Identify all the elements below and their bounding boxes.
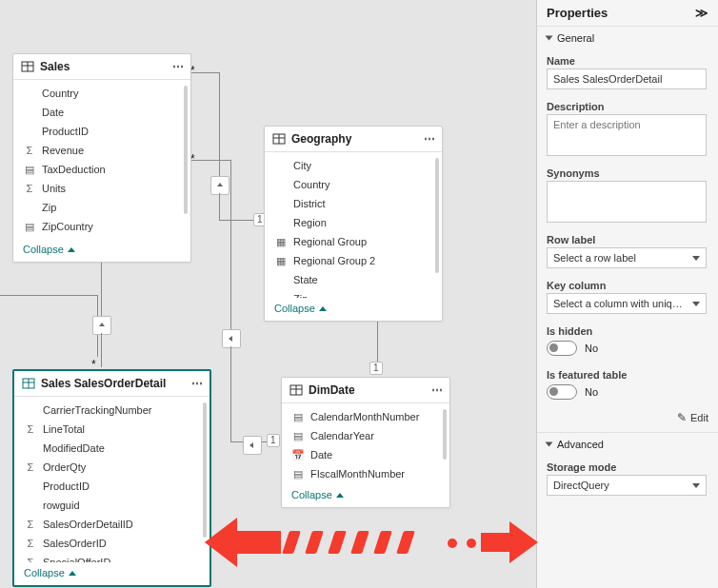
blank-icon [274,178,288,191]
table-geography[interactable]: Geography ⋯ City Country District Region… [264,126,443,322]
synonyms-input[interactable] [547,181,707,223]
field-row[interactable]: ΣSalesOrderDetailID [14,515,209,534]
field-row[interactable]: District [265,194,442,213]
collapse-button[interactable]: Collapse [14,562,209,585]
field-label: ProductID [42,126,89,137]
storage-mode-label: Storage mode [537,456,718,475]
collapse-label: Collapse [291,489,332,500]
table-menu-icon[interactable]: ⋯ [172,60,185,73]
chevron-up-icon [68,247,75,252]
field-row[interactable]: State [265,270,442,289]
field-row[interactable]: CarrierTrackingNumber [14,401,209,420]
section-general[interactable]: General [537,26,718,49]
field-row[interactable]: ΣSpecialOfferID [14,553,209,562]
field-row[interactable]: ModifiedDate [14,439,209,458]
table-fields: CarrierTrackingNumber ΣLineTotal Modifie… [14,397,209,562]
field-label: Country [42,88,79,99]
synonyms-label: Synonyms [537,162,718,181]
select-value: DirectQuery [553,480,609,491]
storage-mode-select[interactable]: DirectQuery [547,475,707,496]
row-label-select[interactable]: Select a row label [547,247,707,268]
field-row[interactable]: ▤CalendarMonthNumber [282,407,449,426]
name-input[interactable] [547,69,707,89]
field-row[interactable]: ▦Regional Group 2 [265,251,442,270]
field-row[interactable]: rowguid [14,496,209,515]
blank-icon [23,106,36,119]
field-label: rowguid [43,500,80,511]
key-column-label: Key column [537,274,718,293]
field-label: Date [310,449,332,461]
table-menu-icon[interactable]: ⋯ [191,377,204,390]
field-row[interactable]: ProductID [13,122,190,141]
field-row[interactable]: ▤FIscalMonthNumber [282,464,449,483]
section-advanced[interactable]: Advanced [537,432,718,456]
scrollbar[interactable] [184,86,188,214]
field-label: Zip [42,202,56,213]
row-label-label: Row label [537,228,718,247]
field-row[interactable]: Date [13,103,190,122]
sigma-icon: Σ [24,422,37,436]
collapse-button[interactable]: Collapse [282,484,449,507]
description-input[interactable] [547,114,707,156]
chevron-down-icon [546,442,553,447]
annotation-arrow-right [481,519,538,565]
sigma-icon: Σ [23,182,36,195]
blank-icon [23,125,36,138]
table-fields: Country Date ProductID ΣRevenue ▤TaxDedu… [13,80,190,239]
field-row[interactable]: 📅Date [282,445,449,464]
table-fields: ▤CalendarMonthNumber ▤CalendarYear 📅Date… [282,403,449,484]
collapse-panel-icon[interactable]: ≫ [695,6,708,20]
table-menu-icon[interactable]: ⋯ [431,383,444,397]
field-label: Regional Group [293,236,367,247]
table-menu-icon[interactable]: ⋯ [424,132,436,146]
field-row[interactable]: ΣUnits [13,179,190,198]
field-label: TaxDeduction [42,164,106,175]
annotation-dashes [286,531,411,554]
is-hidden-toggle[interactable] [547,341,577,356]
sigma-icon: Σ [24,461,37,474]
table-header[interactable]: Sales SalesOrderDetail ⋯ [14,371,209,397]
field-row[interactable]: ΣLineTotal [14,420,209,439]
table-dimdate[interactable]: DimDate ⋯ ▤CalendarMonthNumber ▤Calendar… [281,377,450,508]
field-label: CarrierTrackingNumber [43,404,152,416]
sigma-icon: Σ [23,144,36,157]
chevron-down-icon [546,36,553,41]
field-label: Units [42,183,66,194]
field-label: District [293,198,326,209]
field-row[interactable]: City [265,156,442,175]
scrollbar[interactable] [443,409,447,460]
calc-icon: ▤ [23,220,36,233]
scrollbar[interactable] [435,158,439,273]
table-icon [21,60,34,73]
field-label: CalendarYear [310,430,374,441]
blank-icon [24,499,37,512]
field-row[interactable]: ▦Regional Group [265,232,442,251]
collapse-button[interactable]: Collapse [265,298,442,321]
key-column-select[interactable]: Select a column with unique values [547,293,707,314]
field-label: SpecialOfferID [43,557,110,562]
field-row[interactable]: ▤ZipCountry [13,217,190,236]
field-row[interactable]: Zip [265,289,442,298]
field-row[interactable]: Country [265,175,442,194]
field-row[interactable]: Zip [13,198,190,217]
table-sales-order-detail[interactable]: Sales SalesOrderDetail ⋯ CarrierTracking… [12,369,211,587]
field-row[interactable]: ProductID [14,477,209,496]
table-header[interactable]: DimDate ⋯ [282,378,449,403]
field-row[interactable]: ΣOrderQty [14,458,209,477]
field-row[interactable]: ΣRevenue [13,141,190,160]
blank-icon [274,197,288,210]
group-icon: ▦ [274,235,288,248]
table-sales[interactable]: Sales ⋯ Country Date ProductID ΣRevenue … [12,53,191,263]
collapse-button[interactable]: Collapse [13,239,190,262]
calc-icon: ▤ [23,163,36,176]
field-row[interactable]: Country [13,84,190,103]
table-fields: City Country District Region ▦Regional G… [265,152,442,298]
is-featured-toggle[interactable] [547,384,577,400]
edit-button[interactable]: ✎Edit [537,407,718,432]
table-header[interactable]: Geography ⋯ [265,127,442,152]
field-row[interactable]: ΣSalesOrderID [14,534,209,553]
field-row[interactable]: Region [265,213,442,232]
field-row[interactable]: ▤CalendarYear [282,426,449,445]
table-header[interactable]: Sales ⋯ [13,54,190,80]
field-row[interactable]: ▤TaxDeduction [13,160,190,179]
